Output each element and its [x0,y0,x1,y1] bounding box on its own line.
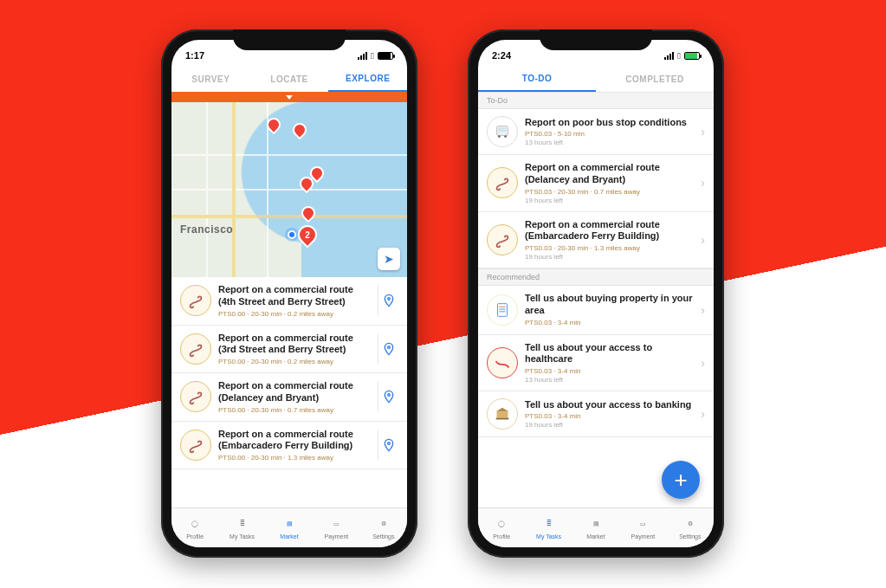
tab-payment[interactable]: ▭Payment [313,508,359,547]
tab-payment[interactable]: ▭Payment [619,508,666,547]
tab-settings[interactable]: ⚙Settings [667,508,714,547]
signal-icon [358,52,367,60]
collapse-strip[interactable] [171,92,407,102]
healthcare-icon [487,347,518,378]
list-item-text: Tell us about your access to banking PTS… [525,399,694,430]
list-item-time: 19 hours left [525,253,694,261]
list-item[interactable]: Report on a commercial route (3rd Street… [171,326,407,374]
list-item-title: Report on a commercial route (4th Street… [218,284,371,308]
route-icon [180,430,211,461]
pin-action[interactable] [378,333,398,365]
map-view[interactable]: Francisco ➤ [171,102,407,277]
list-item[interactable]: Report on a commercial route (Embarcader… [171,422,407,470]
tab-completed[interactable]: COMPLETED [596,66,714,92]
tab-explore[interactable]: EXPLORE [328,66,407,92]
list-item[interactable]: Tell us about your access to banking PTS… [478,391,714,437]
tab-mytasks[interactable]: ≣My Tasks [525,508,572,547]
tab-profile[interactable]: ◯Profile [478,508,525,547]
list-item-meta: PTS0.03 · 3-4 min [525,367,694,375]
map-pin[interactable] [299,204,319,223]
list-item-text: Tell us about buying property in your ar… [525,293,694,327]
bank-icon [487,398,518,430]
list-item[interactable]: Report on a commercial route (4th Street… [171,277,407,326]
list-item-time: 13 hours left [525,376,694,384]
tab-label: My Tasks [230,533,255,540]
list-item-title: Report on a commercial route (3rd Street… [218,333,371,357]
tab-label: Profile [493,533,510,540]
list-item[interactable]: Report on poor bus stop conditions PTS0.… [478,109,714,155]
bottom-tabbar: ◯Profile ≣My Tasks ▤Market ▭Payment ⚙Set… [478,507,714,547]
list-item-text: Report on a commercial route (Embarcader… [525,219,694,262]
list-item[interactable]: Tell us about buying property in your ar… [478,286,714,335]
chevron-down-icon [286,95,293,100]
tab-market[interactable]: ▤Market [266,508,313,547]
screen-left: 1:17 􀙇 SURVEY LOCATE EXPLORE Francisco [171,40,407,547]
svg-rect-13 [497,411,508,417]
list-item-meta: PTS0.03 · 20-30 min · 0.7 miles away [525,188,694,196]
battery-icon [378,52,393,60]
svg-point-3 [387,442,390,444]
locate-me-button[interactable]: ➤ [378,248,400,270]
chevron-right-icon: › [701,233,705,247]
tab-locate[interactable]: LOCATE [250,66,329,92]
list-item-text: Report on poor bus stop conditions PTS0.… [525,117,694,147]
signal-icon [664,52,674,60]
add-button[interactable]: + [662,461,700,499]
chevron-right-icon: › [701,176,705,190]
list-item-meta: PTS0.00 · 20-30 min · 0.7 miles away [218,406,371,414]
tab-label: Settings [679,533,701,540]
profile-icon: ◯ [494,516,509,532]
pin-action[interactable] [378,381,398,412]
list-item[interactable]: Report on a commercial route (Embarcader… [478,212,714,269]
list-item-time: 19 hours left [525,197,694,204]
phone-notch [540,29,652,50]
chevron-right-icon: › [701,356,705,370]
tab-label: My Tasks [536,533,561,540]
list-item-meta: PTS0.00 · 20-30 min · 0.2 miles away [218,310,371,318]
list-item-text: Report on a commercial route (4th Street… [218,284,371,318]
tab-market[interactable]: ▤Market [572,508,619,547]
list-item[interactable]: Report on a commercial route (Delancey a… [478,155,714,212]
map-pin[interactable] [264,115,284,135]
tasks-icon: ≣ [235,516,250,532]
list-item-title: Tell us about buying property in your ar… [525,293,694,317]
route-icon [487,167,518,198]
list-item-meta: PTS0.03 · 3-4 min [525,412,694,420]
status-time: 1:17 [185,50,204,61]
tab-mytasks[interactable]: ≣My Tasks [218,508,265,547]
phone-notch [233,29,346,50]
svg-point-6 [498,135,501,138]
section-header-recommended: Recommended [478,268,714,286]
list-item-title: Report on poor bus stop conditions [525,117,694,129]
tab-label: Market [280,533,298,540]
route-icon [180,333,211,365]
tab-survey[interactable]: SURVEY [171,66,250,92]
top-tabs: SURVEY LOCATE EXPLORE [171,66,407,92]
pin-action[interactable] [378,430,398,461]
screen-right: 2:24 􀙇 TO-DO COMPLETED To-Do Report on p… [478,40,714,547]
list-item-time: 13 hours left [525,139,694,146]
list-item[interactable]: Tell us about your access to healthcare … [478,335,714,392]
tab-settings[interactable]: ⚙Settings [360,508,407,547]
tab-profile[interactable]: ◯Profile [171,508,218,547]
tab-label: Profile [186,533,204,540]
list-item-text: Report on a commercial route (3rd Street… [218,333,371,366]
map-city-label: Francisco [180,223,233,236]
list-item-title: Report on a commercial route (Embarcader… [218,429,371,453]
bus-icon [487,116,518,147]
status-right: 􀙇 [664,51,700,61]
chevron-right-icon: › [701,303,705,317]
top-tabs: TO-DO COMPLETED [478,66,714,92]
list-item-text: Report on a commercial route (Delancey a… [525,162,694,204]
map-pin[interactable] [290,120,310,140]
list-item-text: Report on a commercial route (Delancey a… [218,380,371,414]
map-pin-cluster[interactable] [294,221,320,248]
tab-label: Settings [372,533,394,540]
route-icon [180,285,211,316]
wifi-icon: 􀙇 [371,51,374,61]
list-item[interactable]: Report on a commercial route (Delancey a… [171,373,407,422]
pin-action[interactable] [378,285,398,316]
phone-frame-left: 1:17 􀙇 SURVEY LOCATE EXPLORE Francisco [161,29,417,558]
tab-todo[interactable]: TO-DO [478,66,596,92]
market-icon: ▤ [281,516,297,532]
